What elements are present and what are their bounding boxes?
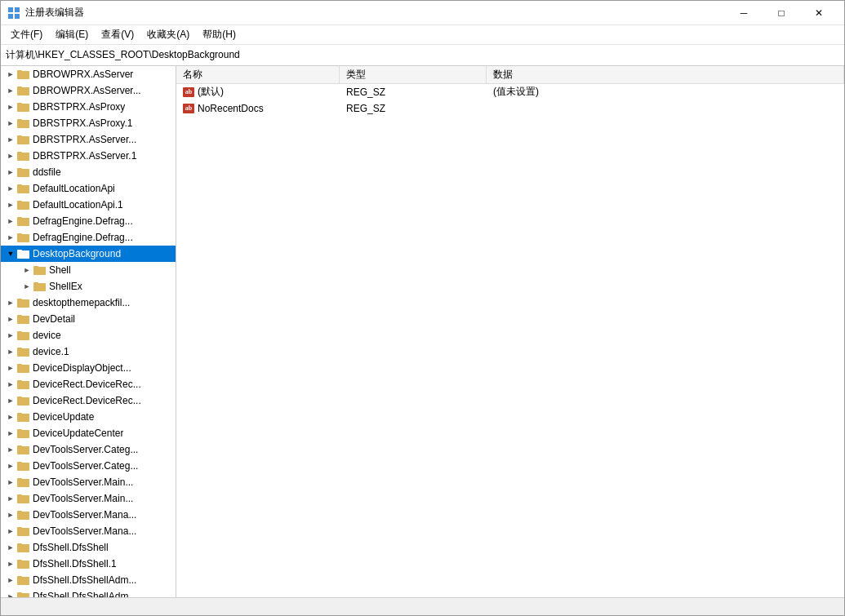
tree-item[interactable]: ► DefragEngine.Defrag... <box>1 213 176 229</box>
tree-item[interactable]: ► device <box>1 327 176 343</box>
tree-item[interactable]: ► DevToolsServer.Categ... <box>1 441 176 458</box>
expand-icon[interactable]: ► <box>4 376 17 392</box>
expand-icon[interactable]: ► <box>4 99 17 115</box>
expand-icon[interactable]: ► <box>4 490 17 507</box>
tree-item[interactable]: ► DeviceUpdate <box>1 409 176 425</box>
tree-item[interactable]: ► ShellEx <box>1 278 176 295</box>
expand-icon[interactable]: ► <box>4 507 17 523</box>
expand-icon[interactable]: ► <box>4 131 17 148</box>
tree-label: Shell <box>49 264 71 276</box>
tree-item[interactable]: ► DBROWPRX.AsServer... <box>1 82 176 99</box>
tree-item[interactable]: ► DefaultLocationApi.1 <box>1 197 176 213</box>
svg-rect-73 <box>17 430 29 438</box>
tree-item[interactable]: ► DevToolsServer.Mana... <box>1 523 176 539</box>
tree-label: DBRSTPRX.AsProxy.1 <box>33 117 132 129</box>
svg-rect-1 <box>15 7 20 12</box>
expand-icon[interactable]: ► <box>4 295 17 311</box>
expand-icon[interactable]: ► <box>20 278 33 295</box>
expand-icon[interactable]: ► <box>4 588 17 597</box>
tree-item[interactable]: ► DevDetail <box>1 311 176 327</box>
tree-item[interactable]: ► DBRSTPRX.AsProxy.1 <box>1 115 176 131</box>
expand-icon[interactable]: ▼ <box>4 246 17 262</box>
tree-item[interactable]: ► DBRSTPRX.AsProxy <box>1 99 176 115</box>
tree-label: DefaultLocationApi <box>33 183 115 194</box>
folder-icon <box>17 476 30 488</box>
tree-item[interactable]: ► DevToolsServer.Mana... <box>1 507 176 523</box>
expand-icon[interactable]: ► <box>4 213 17 229</box>
menu-item-favorites[interactable]: 收藏夹(A) <box>140 26 196 43</box>
tree-item[interactable]: ► DeviceRect.DeviceRec... <box>1 376 176 392</box>
expand-icon[interactable]: ► <box>4 180 17 197</box>
tree-item[interactable]: ▼ DesktopBackground <box>1 246 176 262</box>
expand-icon[interactable]: ► <box>4 197 17 213</box>
expand-icon[interactable]: ► <box>4 556 17 572</box>
tree-item[interactable]: ► DefaultLocationApi <box>1 180 176 197</box>
expand-icon[interactable]: ► <box>4 474 17 490</box>
folder-icon <box>17 379 30 390</box>
svg-rect-30 <box>17 202 29 210</box>
menu-item-file[interactable]: 文件(F) <box>4 26 49 43</box>
expand-icon[interactable]: ► <box>4 82 17 99</box>
expand-icon[interactable]: ► <box>4 327 17 343</box>
expand-icon[interactable]: ► <box>4 539 17 556</box>
expand-icon[interactable]: ► <box>20 262 33 278</box>
table-row[interactable]: ab (默认) REG_SZ (值未设置) <box>176 84 844 100</box>
app-icon <box>7 7 20 20</box>
value-name-text: (默认) <box>198 85 224 99</box>
svg-rect-88 <box>17 512 29 520</box>
expand-icon[interactable]: ► <box>4 66 17 82</box>
tree-item[interactable]: ► DfsShell.DfsShell <box>1 539 176 556</box>
main-window: 注册表编辑器 ─ □ ✕ 文件(F)编辑(E)查看(V)收藏夹(A)帮助(H) … <box>0 0 845 616</box>
svg-rect-2 <box>8 14 13 19</box>
svg-rect-49 <box>17 299 29 308</box>
expand-icon[interactable]: ► <box>4 148 17 164</box>
expand-icon[interactable]: ► <box>4 360 17 376</box>
maximize-button[interactable]: □ <box>763 1 800 25</box>
tree-item[interactable]: ► DevToolsServer.Main... <box>1 490 176 507</box>
expand-icon[interactable]: ► <box>4 164 17 180</box>
tree-item[interactable]: ► DefragEngine.Defrag... <box>1 229 176 246</box>
minimize-button[interactable]: ─ <box>725 1 763 25</box>
tree-item[interactable]: ► DBROWPRX.AsServer <box>1 66 176 82</box>
expand-icon[interactable]: ► <box>4 523 17 539</box>
expand-icon[interactable]: ► <box>4 441 17 458</box>
tree-item[interactable]: ► DfsShell.DfsShellAdm... <box>1 572 176 588</box>
expand-icon[interactable]: ► <box>4 115 17 131</box>
expand-icon[interactable]: ► <box>4 392 17 409</box>
tree-label: DfsShell.DfsShell.1 <box>33 558 117 569</box>
tree-item[interactable]: ► DeviceRect.DeviceRec... <box>1 392 176 409</box>
tree-item[interactable]: ► DBRSTPRX.AsServer.1 <box>1 148 176 164</box>
expand-icon[interactable]: ► <box>4 229 17 246</box>
tree-item[interactable]: ► ddsfile <box>1 164 176 180</box>
expand-icon[interactable]: ► <box>4 458 17 474</box>
tree-item[interactable]: ► DfsShell.DfsShell.1 <box>1 556 176 572</box>
folder-icon <box>17 362 30 374</box>
folder-icon <box>17 558 30 569</box>
menu-item-view[interactable]: 查看(V) <box>95 26 140 43</box>
tree-item[interactable]: ► DevToolsServer.Categ... <box>1 458 176 474</box>
tree-item[interactable]: ► DBRSTPRX.AsServer... <box>1 131 176 148</box>
menu-item-help[interactable]: 帮助(H) <box>196 26 242 43</box>
expand-icon[interactable]: ► <box>4 343 17 360</box>
tree-item[interactable]: ► device.1 <box>1 343 176 360</box>
tree-item[interactable]: ► DeviceUpdateCenter <box>1 425 176 441</box>
tree-label: DBRSTPRX.AsServer.1 <box>33 150 136 162</box>
folder-icon <box>17 591 30 597</box>
tree-item[interactable]: ► Shell <box>1 262 176 278</box>
svg-rect-40 <box>18 251 29 258</box>
folder-icon <box>17 525 30 537</box>
tree-item[interactable]: ► DfsShell.DfsShellAdm... <box>1 588 176 597</box>
expand-icon[interactable]: ► <box>4 409 17 425</box>
close-button[interactable]: ✕ <box>800 1 838 25</box>
expand-icon[interactable]: ► <box>4 311 17 327</box>
expand-icon[interactable]: ► <box>4 425 17 441</box>
tree-item[interactable]: ► DevToolsServer.Main... <box>1 474 176 490</box>
expand-icon[interactable]: ► <box>4 572 17 588</box>
svg-rect-24 <box>17 169 29 177</box>
tree-item[interactable]: ► desktopthemepackfil... <box>1 295 176 311</box>
svg-rect-33 <box>17 218 29 226</box>
svg-rect-61 <box>17 365 29 373</box>
table-row[interactable]: ab NoRecentDocs REG_SZ <box>176 100 844 117</box>
menu-item-edit[interactable]: 编辑(E) <box>49 26 95 43</box>
tree-item[interactable]: ► DeviceDisplayObject... <box>1 360 176 376</box>
